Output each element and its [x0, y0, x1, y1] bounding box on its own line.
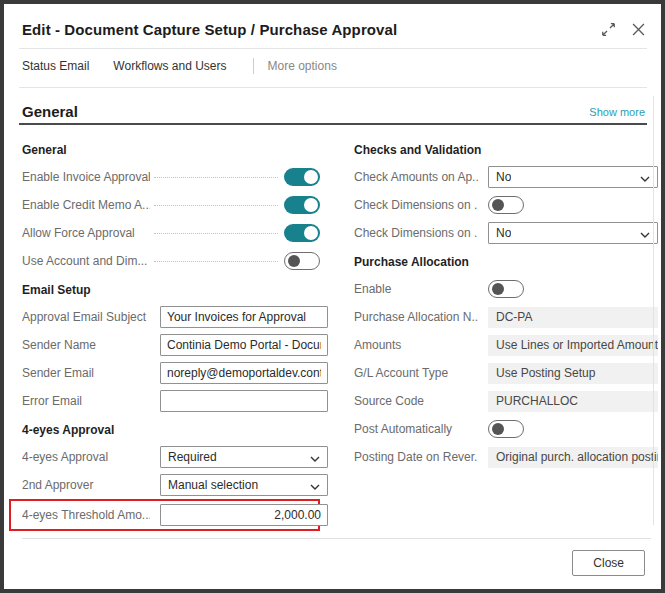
field-row-allow-force-approval: Allow Force Approval [22, 222, 320, 244]
field-label: Error Email [22, 394, 150, 408]
enable-invoice-approval-toggle[interactable] [284, 168, 320, 186]
field-label: Check Dimensions on ... [354, 226, 478, 240]
left-column: General Enable Invoice Approval Enable C… [22, 139, 320, 534]
check-dimensions-toggle[interactable] [488, 196, 524, 214]
field-label: Allow Force Approval [22, 226, 150, 240]
second-approver-select[interactable]: Manual selection [160, 474, 328, 496]
field-label: Approval Email Subject [22, 310, 150, 324]
field-row-enable-credit-memo: Enable Credit Memo A... [22, 194, 320, 216]
dotted-leader [154, 233, 278, 234]
four-eyes-approval-select[interactable]: Required [160, 446, 328, 468]
allow-force-approval-toggle[interactable] [284, 224, 320, 242]
more-options-button[interactable]: More options [268, 59, 337, 73]
approval-email-subject-input[interactable] [160, 306, 328, 328]
sender-name-input[interactable] [160, 334, 328, 356]
select-value: No [496, 226, 511, 240]
toggle-knob [304, 170, 318, 184]
toggle-knob [492, 283, 504, 295]
command-bar: Status Email Workflows and Users More op… [4, 50, 661, 81]
dotted-leader [154, 177, 278, 178]
posting-date-on-reversal-field: Original purch. allocation postin... [488, 447, 658, 468]
field-label: Enable Credit Memo A... [22, 198, 150, 212]
field-row-four-eyes-threshold: 4-eyes Threshold Amo... [22, 504, 316, 526]
close-icon[interactable] [632, 23, 645, 36]
check-amounts-select[interactable]: No [488, 166, 658, 188]
field-label: Sender Email [22, 366, 150, 380]
field-row-error-email: Error Email [22, 390, 320, 412]
four-eyes-threshold-amount-input[interactable] [160, 504, 328, 526]
select-value: Required [168, 450, 217, 464]
field-label: Post Automatically [354, 422, 478, 436]
expand-diagonal-icon[interactable] [601, 22, 616, 37]
dialog-title-bar: Edit - Document Capture Setup / Purchase… [4, 4, 661, 42]
field-label: Purchase Allocation N... [354, 310, 478, 324]
post-automatically-toggle[interactable] [488, 420, 524, 438]
purchase-allocation-no-field: DC-PA [488, 307, 658, 328]
group-header-checks-and-validation: Checks and Validation [354, 143, 656, 157]
group-header-general: General [22, 143, 320, 157]
select-value: No [496, 170, 511, 184]
chevron-down-icon [310, 448, 320, 466]
field-label: 2nd Approver [22, 478, 150, 492]
dialog-title: Edit - Document Capture Setup / Purchase… [22, 21, 397, 38]
field-label: Sender Name [22, 338, 150, 352]
group-header-purchase-allocation: Purchase Allocation [354, 255, 656, 269]
field-row-2nd-approver: 2nd Approver Manual selection [22, 474, 320, 496]
field-row-four-eyes-approval: 4-eyes Approval Required [22, 446, 320, 468]
highlight-red-box: 4-eyes Threshold Amo... [9, 499, 320, 531]
chevron-down-icon [310, 476, 320, 494]
field-row-pa-source-code: Source Code PURCHALLOC [354, 390, 656, 412]
field-row-sender-name: Sender Name [22, 334, 320, 356]
field-row-check-dimensions-toggle: Check Dimensions on ... [354, 194, 656, 216]
field-row-pa-number: Purchase Allocation N... DC-PA [354, 306, 656, 328]
check-dimensions-select[interactable]: No [488, 222, 658, 244]
field-row-approval-email-subject: Approval Email Subject [22, 306, 320, 328]
field-row-pa-posting-date: Posting Date on Rever... Original purch.… [354, 446, 656, 468]
field-label: Check Dimensions on ... [354, 198, 478, 212]
field-label: Check Amounts on Ap... [354, 170, 478, 184]
sender-email-input[interactable] [160, 362, 328, 384]
gl-account-type-field: Use Posting Setup [488, 363, 658, 384]
close-button[interactable]: Close [572, 550, 645, 576]
error-email-input[interactable] [160, 390, 328, 412]
dialog-footer: Close [4, 538, 661, 589]
toggle-knob [492, 423, 504, 435]
use-account-and-dim-toggle[interactable] [284, 252, 320, 270]
field-label: Amounts [354, 338, 478, 352]
field-row-enable-invoice-approval: Enable Invoice Approval [22, 166, 320, 188]
dialog-window: Edit - Document Capture Setup / Purchase… [0, 0, 665, 593]
select-value: Manual selection [168, 478, 258, 492]
action-workflows-and-users[interactable]: Workflows and Users [113, 59, 226, 73]
chevron-down-icon [640, 224, 650, 242]
toggle-knob [288, 255, 300, 267]
action-status-email[interactable]: Status Email [22, 59, 89, 73]
field-label: Enable Invoice Approval [22, 170, 150, 184]
toggle-knob [304, 198, 318, 212]
show-more-link[interactable]: Show more [589, 106, 645, 120]
field-row-pa-post-automatically: Post Automatically [354, 418, 656, 440]
field-label: 4-eyes Approval [22, 450, 150, 464]
field-label: Posting Date on Rever... [354, 450, 478, 464]
fasttab-title: General [22, 103, 78, 120]
dotted-leader [154, 205, 278, 206]
field-row-check-amounts: Check Amounts on Ap... No [354, 166, 656, 188]
scrollbar-track[interactable] [653, 96, 654, 525]
purchase-allocation-enable-toggle[interactable] [488, 280, 524, 298]
amounts-field: Use Lines or Imported Amounts [488, 335, 658, 356]
command-bar-separator [253, 58, 254, 74]
group-header-four-eyes-approval: 4-eyes Approval [22, 423, 320, 437]
dotted-leader [154, 261, 278, 262]
chevron-down-icon [640, 168, 650, 186]
toggle-knob [304, 226, 318, 240]
toggle-knob [492, 199, 504, 211]
field-label: Use Account and Dim... [22, 254, 150, 268]
general-fasttab-content: General Enable Invoice Approval Enable C… [4, 125, 661, 534]
field-label: G/L Account Type [354, 366, 478, 380]
title-divider [19, 48, 647, 49]
field-label: 4-eyes Threshold Amo... [22, 508, 150, 522]
field-row-sender-email: Sender Email [22, 362, 320, 384]
field-label: Enable [354, 282, 478, 296]
enable-credit-memo-toggle[interactable] [284, 196, 320, 214]
field-row-use-account-and-dim: Use Account and Dim... [22, 250, 320, 272]
right-column: Checks and Validation Check Amounts on A… [354, 139, 656, 534]
